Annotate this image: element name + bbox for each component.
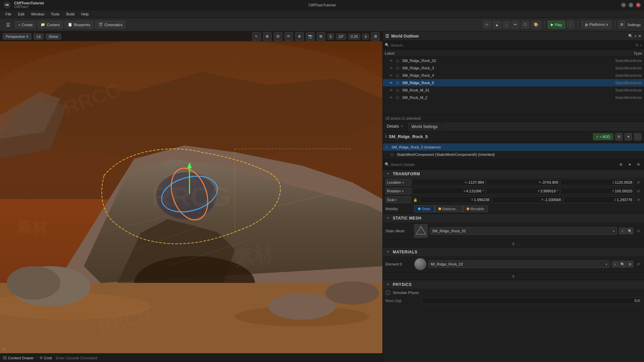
lit-dropdown[interactable]: Lit (34, 34, 44, 40)
location-reset-button[interactable]: ↺ (635, 179, 641, 185)
scale-reset-button[interactable]: ↺ (635, 197, 641, 203)
mesh-browse-button[interactable]: + (619, 228, 626, 234)
settings-icon-small[interactable]: ⚙ (635, 43, 639, 47)
grid-size-value[interactable]: 5 (327, 34, 334, 40)
maximize-viewport-button[interactable]: ⊞ (371, 32, 380, 41)
select-mode-button[interactable]: ⊹ (483, 21, 491, 28)
details-search-input[interactable] (391, 163, 616, 167)
details-bookmark-button[interactable]: ⊞ (615, 133, 623, 140)
location-y-field[interactable]: Y -3743.909 (486, 179, 560, 186)
material-search-button[interactable]: 🔍 (619, 261, 626, 267)
materials-section-header[interactable]: ▼ MATERIALS (383, 247, 644, 256)
rotation-y-field[interactable]: Y 3.989918 ° (486, 188, 560, 194)
camera-button[interactable]: 📷 (306, 32, 315, 41)
material-browse-button[interactable]: + (612, 261, 619, 267)
play-button[interactable]: ▶ Play (548, 21, 565, 28)
grid-snap-button[interactable]: ⊟ (274, 32, 282, 41)
rotation-snap-value[interactable]: 10° (336, 34, 346, 40)
material-reset-button[interactable]: ↺ (635, 261, 641, 267)
scale-dropdown[interactable]: Scal ∨ (385, 196, 411, 203)
outliner-search-input[interactable] (391, 43, 634, 47)
select-tool-button[interactable]: ↖ (252, 32, 261, 41)
location-x-field[interactable]: X -1137.884 (412, 179, 486, 186)
add-filter-icon[interactable]: + (640, 43, 642, 47)
outliner-add-icon[interactable]: + (634, 34, 637, 39)
outliner-row-sm-rock-m-01[interactable]: 👁 ⬡ SM_Rock_M_01 StaticMeshActor (383, 86, 644, 94)
materials-expand-down-icon[interactable]: ∨ (512, 274, 515, 279)
mass-value-field[interactable]: 0.0 (422, 297, 641, 304)
scale-z-field[interactable]: Z 1.293776 (563, 196, 634, 203)
physics-section-header[interactable]: ▼ PHYSICS (383, 280, 644, 289)
perspective-dropdown[interactable]: Perspective ∨ (3, 33, 32, 40)
outliner-row-sm-ridge-rock-5[interactable]: 👁 ⬡ SM_Ridge_Rock_5 StaticMeshActor (383, 79, 644, 86)
settings-icon[interactable]: ⚙ (619, 21, 625, 28)
show-dropdown[interactable]: Show (46, 34, 61, 40)
snap-toggle-button[interactable]: ⊞ (263, 32, 272, 41)
expand-down-icon[interactable]: ∨ (512, 241, 515, 246)
outliner-row-sm-ridge-rock-3[interactable]: 👁 ⬡ SM_Ridge_Rock_3 StaticMeshActor (383, 64, 644, 72)
create-button[interactable]: + Create (15, 21, 36, 28)
eye-icon[interactable]: 👁 (389, 88, 395, 92)
tab-world-settings[interactable]: World Settings (408, 122, 442, 131)
eye-icon[interactable]: 👁 (389, 96, 395, 100)
eye-icon[interactable]: 👁 (389, 66, 395, 70)
component-row[interactable]: ⬡ StaticMeshComponent (StaticMeshCompone… (383, 151, 644, 158)
rotation-dropdown[interactable]: Rotation ∨ (385, 188, 411, 194)
landscape-mode-button[interactable]: ▲ (493, 21, 501, 28)
menu-edit[interactable]: Edit (15, 11, 27, 17)
menu-help[interactable]: Help (78, 11, 92, 17)
scale-y-field[interactable]: Y -1.030568 (492, 196, 562, 203)
viewport[interactable]: Perspective ∨ Lit Show ↖ ⊞ ⊟ ⟳ ⊕ 📷 ⊞ 5 1… (0, 32, 382, 362)
outliner-close-button[interactable]: ✕ (638, 34, 641, 39)
content-button[interactable]: 📁 Content (38, 21, 63, 28)
simulate-physics-checkbox[interactable] (385, 290, 390, 295)
hamburger-menu-button[interactable]: ☰ (3, 21, 13, 29)
maximize-button[interactable]: □ (629, 3, 633, 7)
add-component-button[interactable]: + + ADD (593, 133, 613, 140)
location-z-field[interactable]: Z 1125.0628 (560, 179, 634, 186)
console-input[interactable] (54, 356, 380, 360)
content-drawer-button[interactable]: ⬛ Content Drawer (3, 356, 34, 360)
platforms-button[interactable]: 🖥 Platforms ∨ (581, 21, 612, 28)
rotation-reset-button[interactable]: ↺ (635, 188, 641, 194)
mesh-paint-button[interactable]: 🎨 (531, 21, 541, 28)
transform-section-header[interactable]: ▼ TRANSFORM (383, 169, 644, 178)
details-settings-button[interactable]: ⚙ (635, 161, 642, 168)
movable-mobility-button[interactable]: Movable (463, 205, 488, 212)
menu-window[interactable]: Window (29, 11, 47, 17)
stationary-mobility-button[interactable]: Stationa… (435, 205, 463, 212)
minimize-button[interactable]: ─ (621, 3, 626, 7)
viewport-number[interactable]: 4 (362, 34, 369, 40)
material-settings-button[interactable]: ⚙ (627, 261, 633, 267)
scale-lock-icon[interactable]: 🔒 (412, 197, 418, 203)
foliage-mode-button[interactable]: ↓ (503, 21, 510, 28)
location-dropdown[interactable]: Location ∨ (385, 179, 411, 186)
scale-snap-value[interactable]: 0.25 (348, 34, 360, 40)
eye-icon[interactable]: 👁 (389, 74, 395, 77)
menu-file[interactable]: File (3, 11, 14, 17)
tab-details-close[interactable]: ✕ (400, 124, 403, 128)
details-star-filter-button[interactable]: ★ (626, 161, 633, 168)
eye-icon[interactable]: 👁 (389, 81, 395, 85)
close-button[interactable]: ✕ (636, 3, 641, 7)
mesh-reset-button[interactable]: ↺ (635, 228, 641, 234)
mesh-name-dropdown[interactable]: SM_Ridge_Rock_02 ∨ (430, 227, 617, 235)
grid-view-button[interactable]: ⊞ (317, 32, 325, 41)
mesh-search-button[interactable]: 🔍 (627, 228, 633, 234)
tab-details[interactable]: Details ✕ (383, 122, 408, 131)
rotate-snap-button[interactable]: ⟳ (284, 32, 293, 41)
instance-row[interactable]: ⬡ SM_Ridge_Rock_5 (Instance) (383, 143, 644, 151)
static-mobility-button[interactable]: Static (414, 205, 435, 212)
scale-x-field[interactable]: X 1.096238 (420, 196, 491, 203)
brush-mode-button[interactable]: ✏ (512, 21, 519, 28)
rotation-x-field[interactable]: X 4.131096 ° (412, 188, 486, 194)
menu-tools[interactable]: Tools (48, 11, 62, 17)
geometry-mode-button[interactable]: ⬡ (521, 21, 529, 28)
details-star-button[interactable]: ★ (625, 133, 632, 140)
details-more-button[interactable]: ⋮ (634, 133, 641, 140)
blueprints-button[interactable]: 📋 Blueprints (65, 21, 93, 28)
static-mesh-section-header[interactable]: ▼ STATIC MESH (383, 214, 644, 222)
outliner-row-sm-rock-m-2[interactable]: 👁 ⬡ SM_Rock_M_2 StaticMeshActor (383, 94, 644, 101)
eye-icon[interactable]: 👁 (389, 59, 395, 63)
details-grid-view-button[interactable]: ⊞ (617, 161, 625, 168)
